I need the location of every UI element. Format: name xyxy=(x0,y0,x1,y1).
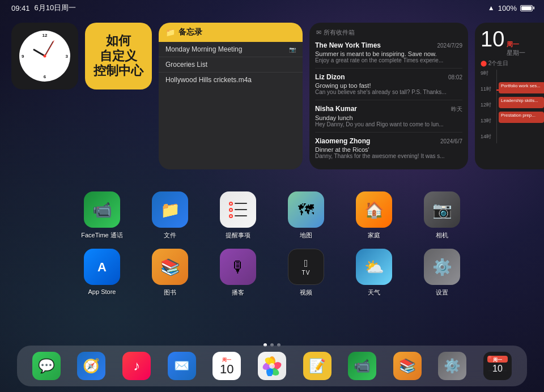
cal-event-1: Portfolio work ses... xyxy=(499,82,544,93)
dock-messages[interactable]: 💬 xyxy=(32,352,61,380)
app-row-2: A App Store 📚 图书 🎙 播客 xyxy=(17,249,527,297)
reminders-label: 提醒事项 xyxy=(226,231,250,240)
mail-item-1: The New York Times 2024/7/29 Summer is m… xyxy=(315,41,462,69)
clock-num-3: 3 xyxy=(66,54,68,59)
svg-text:10: 10 xyxy=(492,364,503,373)
svg-rect-12 xyxy=(488,370,507,371)
calendar-header: 10 周一 星期一 xyxy=(481,28,544,57)
status-bar: 09:41 6月10日周一 ▲ 100% xyxy=(0,0,544,16)
books-label: 图书 xyxy=(164,288,176,297)
mail-item-4: Xiaomeng Zhong 2024/6/7 Dinner at the Ri… xyxy=(315,137,462,164)
dock-calendar[interactable]: 周一 10 xyxy=(212,352,241,380)
appletv-label: 视频 xyxy=(300,288,312,297)
svg-rect-13 xyxy=(488,356,491,359)
dock-books[interactable]: 📚 xyxy=(393,352,422,380)
dock-music[interactable]: ♪ xyxy=(122,352,151,380)
notes-widget[interactable]: 📁 备忘录 Monday Morning Meeting 📷 Groceries… xyxy=(159,23,303,169)
app-camera[interactable]: 📷 相机 xyxy=(422,191,462,240)
settings-label: 设置 xyxy=(436,288,448,297)
dock-facetime[interactable]: 📹 xyxy=(348,352,376,380)
app-podcasts[interactable]: 🎙 播客 xyxy=(218,249,258,297)
reminders-icon xyxy=(220,191,256,228)
camera-icon: 📷 xyxy=(424,191,460,228)
files-label: 文件 xyxy=(164,231,176,240)
calendar-birthday: ⬤ 2个生日 xyxy=(481,59,544,67)
dock-notes[interactable]: 📝 xyxy=(303,352,332,380)
app-files[interactable]: 📁 文件 xyxy=(150,191,190,240)
facetime-label: FaceTime 通话 xyxy=(81,231,123,240)
dock-safari[interactable]: 🧭 xyxy=(77,352,105,380)
app-grid: 📹 FaceTime 通话 📁 文件 xyxy=(0,191,544,297)
mail-item-3: Nisha Kumar 昨天 Sunday lunch Hey Danny, D… xyxy=(315,105,462,133)
main-content: 12 3 6 9 如何 自定义 控制中心 📁 备忘录 xyxy=(0,16,544,392)
cal-event-5: Prestation prep... xyxy=(499,112,544,123)
svg-point-7 xyxy=(269,363,275,369)
notes-item-2: Groceries List xyxy=(159,57,303,73)
notes-header-title: 备忘录 xyxy=(178,27,202,37)
custom-widget-text: 如何 自定义 控制中心 xyxy=(94,33,143,78)
dock-mail[interactable]: ✉️ xyxy=(168,352,196,380)
battery-icon xyxy=(520,5,533,11)
calendar-widget[interactable]: 10 周一 星期一 ⬤ 2个生日 9时 11时 12时 13时 14时 xyxy=(475,23,544,169)
calendar-date-number: 10 xyxy=(481,28,504,50)
notes-header: 📁 备忘录 xyxy=(159,23,303,42)
clock-num-9: 9 xyxy=(22,54,24,59)
app-books[interactable]: 📚 图书 xyxy=(150,249,190,297)
clock-num-6: 6 xyxy=(44,74,46,79)
app-maps[interactable]: 🗺 地图 xyxy=(286,191,326,240)
app-reminders[interactable]: 提醒事项 xyxy=(218,191,258,240)
mail-item-2: Liz Dizon 08:02 Growing up too fast! Can… xyxy=(315,73,462,100)
app-row-1: 📹 FaceTime 通话 📁 文件 xyxy=(17,191,527,240)
dock-photos[interactable] xyxy=(258,352,286,380)
mail-widget[interactable]: ✉ 所有收件箱 The New York Times 2024/7/29 Sum… xyxy=(309,23,468,169)
podcasts-icon: 🎙 xyxy=(220,249,256,285)
wifi-icon: ▲ xyxy=(488,4,495,12)
mail-header: ✉ 所有收件箱 xyxy=(315,28,462,37)
clock-widget[interactable]: 12 3 6 9 xyxy=(11,23,78,90)
settings-icon: ⚙️ xyxy=(424,249,460,285)
files-icon: 📁 xyxy=(152,191,188,228)
svg-text:周一: 周一 xyxy=(493,357,502,363)
notes-item-3: Hollywood Hills crickets.m4a xyxy=(159,73,303,87)
weather-icon: ⛅ xyxy=(356,249,392,285)
center-dot xyxy=(44,55,46,58)
home-icon: 🏠 xyxy=(356,191,392,228)
notes-item-1: Monday Morning Meeting 📷 xyxy=(159,42,303,57)
books-icon: 📚 xyxy=(152,249,188,285)
dock: 💬 🧭 ♪ ✉️ 周一 10 xyxy=(17,346,527,386)
appstore-label: App Store xyxy=(88,288,116,295)
notes-folder-icon: 📁 xyxy=(165,28,175,37)
status-right: ▲ 100% xyxy=(488,4,533,12)
app-weather[interactable]: ⛅ 天气 xyxy=(354,249,394,297)
clock-face: 12 3 6 9 xyxy=(19,31,70,82)
home-label: 家庭 xyxy=(368,231,380,240)
app-settings[interactable]: ⚙️ 设置 xyxy=(422,249,462,297)
app-appletv[interactable]:  TV 视频 xyxy=(286,249,326,297)
dock-cal-num: 10 xyxy=(220,363,233,376)
weather-label: 天气 xyxy=(368,288,380,297)
calendar-weekday: 周一 xyxy=(507,40,525,49)
calendar-timeline: 9时 11时 12时 13时 14时 Portfolio work ses...… xyxy=(481,70,544,143)
maps-label: 地图 xyxy=(300,231,312,240)
dock-reminders-calendar[interactable]: 周一 10 xyxy=(483,352,512,380)
maps-icon: 🗺 xyxy=(288,191,324,228)
status-left: 09:41 6月10日周一 xyxy=(11,3,76,13)
calendar-month: 星期一 xyxy=(507,49,525,57)
status-time: 09:41 xyxy=(11,4,30,12)
app-appstore[interactable]: A App Store xyxy=(82,249,122,297)
app-facetime[interactable]: 📹 FaceTime 通话 xyxy=(82,191,122,240)
battery-percent: 100% xyxy=(498,4,517,12)
calendar-date-info: 周一 星期一 xyxy=(507,40,525,57)
cal-event-3: Leadership skills... xyxy=(499,97,544,108)
second-hand xyxy=(45,40,54,56)
appletv-icon:  TV xyxy=(288,249,324,285)
widgets-area: 12 3 6 9 如何 自定义 控制中心 📁 备忘录 xyxy=(11,23,544,169)
app-home[interactable]: 🏠 家庭 xyxy=(354,191,394,240)
status-date: 6月10日周一 xyxy=(35,3,76,13)
dock-settings[interactable]: ⚙️ xyxy=(438,352,466,380)
podcasts-label: 播客 xyxy=(232,288,244,297)
custom-control-widget[interactable]: 如何 自定义 控制中心 xyxy=(85,23,152,90)
mail-inbox-icon: ✉ xyxy=(316,29,321,36)
svg-text:A: A xyxy=(97,260,107,274)
notes-attach-icon: 📷 xyxy=(289,46,296,53)
